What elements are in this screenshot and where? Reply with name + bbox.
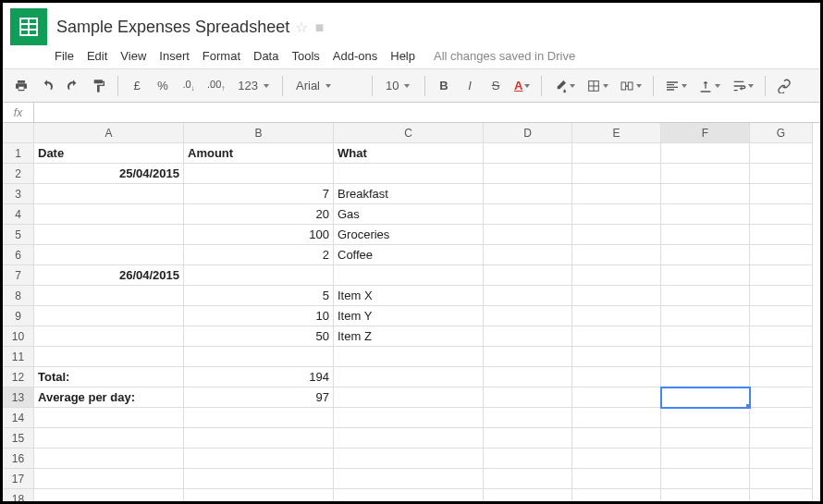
menu-addons[interactable]: Add-ons <box>333 49 377 63</box>
row-header[interactable]: 9 <box>3 306 34 326</box>
cell[interactable] <box>750 245 813 265</box>
cell[interactable] <box>572 204 661 225</box>
cell[interactable] <box>572 164 661 184</box>
column-header[interactable]: G <box>750 123 813 143</box>
menu-view[interactable]: View <box>120 49 146 63</box>
cell[interactable] <box>750 469 813 489</box>
cell[interactable]: 7 <box>184 184 334 204</box>
star-icon[interactable]: ☆ <box>295 19 308 35</box>
row-header[interactable]: 8 <box>3 286 34 306</box>
text-wrap-button[interactable] <box>728 74 757 98</box>
cell[interactable] <box>572 428 661 449</box>
cell[interactable] <box>661 265 750 286</box>
row-header[interactable]: 17 <box>3 469 34 489</box>
spreadsheet-grid[interactable]: ABCDEFG1DateAmountWhat225/04/201537Break… <box>3 123 820 504</box>
cell[interactable]: Breakfast <box>334 184 484 204</box>
cell[interactable] <box>34 347 184 367</box>
row-header[interactable]: 13 <box>3 387 34 408</box>
redo-button[interactable] <box>62 74 84 98</box>
cell[interactable] <box>484 204 572 225</box>
select-all-corner[interactable] <box>3 123 34 143</box>
cell[interactable]: 100 <box>184 225 334 245</box>
column-header[interactable]: F <box>661 123 750 143</box>
cell[interactable] <box>661 143 750 164</box>
menu-file[interactable]: File <box>55 49 74 63</box>
row-header[interactable]: 1 <box>3 143 34 164</box>
cell[interactable]: What <box>334 143 484 164</box>
cell[interactable]: Item Y <box>334 306 484 326</box>
row-header[interactable]: 16 <box>3 449 34 469</box>
cell[interactable] <box>750 164 813 184</box>
cell[interactable] <box>484 245 572 265</box>
cell[interactable] <box>484 265 572 286</box>
row-header[interactable]: 4 <box>3 204 34 225</box>
cell[interactable] <box>184 408 334 428</box>
italic-button[interactable]: I <box>459 74 481 98</box>
cell[interactable] <box>661 489 750 504</box>
cell[interactable] <box>661 225 750 245</box>
cell[interactable] <box>34 489 184 504</box>
cell[interactable] <box>484 489 572 504</box>
cell[interactable]: Coffee <box>334 245 484 265</box>
cell[interactable] <box>750 367 813 387</box>
cell[interactable] <box>572 184 661 204</box>
cell[interactable] <box>484 225 572 245</box>
cell[interactable] <box>34 184 184 204</box>
cell[interactable] <box>661 387 750 408</box>
cell[interactable]: Gas <box>334 204 484 225</box>
row-header[interactable]: 18 <box>3 489 34 504</box>
currency-button[interactable]: £ <box>126 74 148 98</box>
cell[interactable] <box>750 428 813 449</box>
cell[interactable] <box>661 164 750 184</box>
cell[interactable] <box>334 428 484 449</box>
percent-button[interactable]: % <box>152 74 174 98</box>
cell[interactable] <box>484 449 572 469</box>
cell[interactable] <box>661 286 750 306</box>
cell[interactable]: 10 <box>184 306 334 326</box>
cell[interactable] <box>34 245 184 265</box>
menu-format[interactable]: Format <box>203 49 240 63</box>
cell[interactable] <box>334 408 484 428</box>
cell[interactable]: Item Z <box>334 326 484 347</box>
cell[interactable] <box>34 326 184 347</box>
cell[interactable] <box>484 367 572 387</box>
vertical-align-button[interactable] <box>694 74 724 98</box>
insert-link-button[interactable] <box>773 74 795 98</box>
cell[interactable] <box>572 326 661 347</box>
row-header[interactable]: 15 <box>3 428 34 449</box>
column-header[interactable]: B <box>184 123 334 143</box>
fill-color-button[interactable] <box>549 74 579 98</box>
cell[interactable] <box>572 489 661 504</box>
cell[interactable] <box>484 469 572 489</box>
cell[interactable] <box>661 428 750 449</box>
cell[interactable] <box>572 449 661 469</box>
cell[interactable]: 97 <box>184 387 334 408</box>
menu-data[interactable]: Data <box>253 49 278 63</box>
cell[interactable]: Item X <box>334 286 484 306</box>
cell[interactable] <box>184 469 334 489</box>
cell[interactable] <box>572 225 661 245</box>
cell[interactable] <box>572 408 661 428</box>
folder-icon[interactable]: ■ <box>311 19 324 35</box>
menu-tools[interactable]: Tools <box>291 49 319 63</box>
cell[interactable] <box>661 367 750 387</box>
cell[interactable] <box>661 408 750 428</box>
cell[interactable] <box>750 387 813 408</box>
cell[interactable] <box>661 326 750 347</box>
column-header[interactable]: E <box>572 123 661 143</box>
cell[interactable]: Amount <box>184 143 334 164</box>
cell[interactable] <box>334 449 484 469</box>
cell[interactable] <box>334 387 484 408</box>
cell[interactable] <box>484 347 572 367</box>
cell[interactable] <box>484 306 572 326</box>
cell[interactable] <box>572 245 661 265</box>
column-header[interactable]: D <box>484 123 572 143</box>
cell[interactable] <box>661 184 750 204</box>
cell[interactable] <box>661 469 750 489</box>
more-formats-dropdown[interactable]: 123 <box>232 74 275 98</box>
row-header[interactable]: 11 <box>3 347 34 367</box>
cell[interactable] <box>184 428 334 449</box>
borders-button[interactable] <box>583 74 612 98</box>
text-color-button[interactable]: A <box>510 74 534 98</box>
cell[interactable] <box>484 164 572 184</box>
